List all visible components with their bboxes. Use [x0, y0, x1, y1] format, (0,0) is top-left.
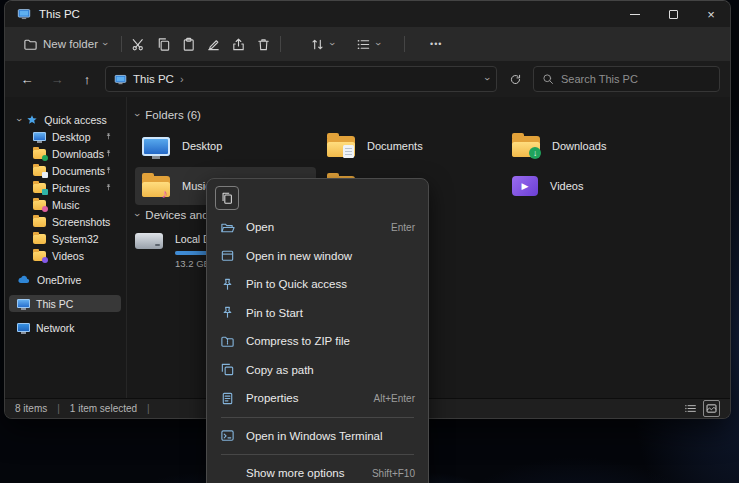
back-button[interactable]: ← [15, 67, 39, 91]
minimize-button[interactable] [616, 1, 654, 27]
rename-button[interactable] [206, 37, 221, 52]
quick-access-icon [26, 114, 38, 126]
videos-icon [33, 251, 46, 261]
sidebar-item-music[interactable]: Music [9, 196, 121, 213]
copy-button[interactable] [215, 186, 239, 210]
more-icon: ••• [430, 39, 442, 49]
minimize-icon [630, 14, 640, 15]
maximize-button[interactable] [654, 1, 692, 27]
sidebar-item-pictures[interactable]: Pictures [9, 179, 121, 196]
search-box[interactable] [533, 66, 720, 92]
menu-item-open-new-window[interactable]: Open in new window [211, 242, 424, 271]
search-input[interactable] [561, 73, 711, 85]
search-icon [542, 73, 554, 85]
pin-icon [104, 183, 113, 192]
menu-separator [221, 454, 414, 455]
menu-item-pin-start[interactable]: Pin to Start [211, 299, 424, 328]
this-pc-icon [17, 7, 31, 21]
chevron-right-icon: › [180, 73, 184, 85]
refresh-button[interactable] [503, 67, 527, 91]
pin-icon [104, 166, 113, 175]
address-bar: ← → ↑ This PC › › [5, 61, 730, 97]
menu-item-properties[interactable]: Properties Alt+Enter [211, 384, 424, 413]
sidebar-item-documents[interactable]: Documents [9, 162, 121, 179]
sidebar-item-onedrive[interactable]: OneDrive [9, 271, 121, 288]
downloads-folder-icon: ↓ [512, 136, 540, 157]
view-icon [356, 37, 371, 52]
new-folder-icon [23, 37, 38, 52]
copy-button[interactable] [156, 37, 171, 52]
sidebar-item-network[interactable]: Network [9, 319, 121, 336]
chevron-down-icon: › [132, 213, 142, 216]
sidebar-item-screenshots[interactable]: Screenshots [9, 213, 121, 230]
open-icon [220, 220, 235, 235]
forward-icon: → [51, 72, 64, 87]
delete-button[interactable] [256, 37, 271, 52]
selection-count: 1 item selected [70, 403, 137, 414]
share-button[interactable] [231, 37, 246, 52]
pin-icon [220, 305, 235, 320]
folder-tile-documents[interactable]: Documents [320, 127, 501, 165]
pin-icon [104, 132, 113, 141]
desktop-icon [33, 132, 46, 141]
this-pc-icon [17, 299, 30, 308]
sidebar-item-system32[interactable]: System32 [9, 230, 121, 247]
menu-item-compress-zip[interactable]: Compress to ZIP file [211, 327, 424, 356]
forward-button[interactable]: → [45, 67, 69, 91]
chevron-down-icon: › [372, 42, 382, 45]
menu-item-pin-quick-access[interactable]: Pin to Quick access [211, 270, 424, 299]
item-count: 8 items [15, 403, 47, 414]
folder-tile-desktop[interactable]: Desktop [135, 127, 316, 165]
sidebar-item-this-pc[interactable]: This PC [9, 295, 121, 312]
toolbar-separator [404, 36, 405, 52]
properties-icon [220, 391, 235, 406]
up-button[interactable]: ↑ [75, 67, 99, 91]
see-more-button[interactable]: ••• [424, 35, 448, 53]
desktop-folder-icon [142, 137, 170, 156]
folder-icon [33, 217, 46, 227]
breadcrumb[interactable]: This PC › › [105, 66, 497, 92]
onedrive-icon [17, 273, 31, 287]
close-button[interactable]: × [692, 1, 730, 27]
pin-icon [220, 277, 235, 292]
music-icon [33, 200, 46, 210]
downloads-icon [33, 149, 46, 159]
sort-button[interactable]: › [304, 33, 339, 56]
sidebar-item-downloads[interactable]: Downloads [9, 145, 121, 162]
documents-icon [33, 166, 46, 176]
zip-icon [220, 334, 235, 349]
context-menu-icon-strip [211, 183, 424, 213]
menu-item-open-windows-terminal[interactable]: Open in Windows Terminal [211, 422, 424, 451]
menu-item-show-more-options[interactable]: Show more options Shift+F10 [211, 459, 424, 483]
title-bar: This PC × [5, 1, 730, 27]
sidebar-item-desktop[interactable]: Desktop [9, 128, 121, 145]
large-icons-view-button[interactable] [703, 400, 720, 417]
new-folder-button[interactable]: New folder › [17, 33, 112, 56]
navigation-pane: › Quick access Desktop Downloads Documen… [5, 97, 125, 398]
folders-section-header[interactable]: › Folders (6) [135, 109, 201, 121]
folder-tile-videos[interactable]: ▶ Videos [505, 167, 686, 205]
folder-tile-downloads[interactable]: ↓ Downloads [505, 127, 686, 165]
up-icon: ↑ [84, 72, 91, 87]
address-dropdown-chevron-icon[interactable]: › [481, 77, 491, 80]
chevron-down-icon: › [100, 42, 110, 45]
back-icon: ← [21, 72, 34, 87]
view-button[interactable]: › [350, 33, 385, 56]
videos-folder-icon: ▶ [512, 176, 538, 196]
menu-item-copy-as-path[interactable]: Copy as path [211, 356, 424, 385]
documents-folder-icon [327, 136, 355, 157]
folder-icon [33, 234, 46, 244]
this-pc-icon [114, 73, 127, 86]
refresh-icon [509, 73, 522, 86]
details-view-button[interactable] [684, 402, 697, 415]
context-menu: Open Enter Open in new window Pin to Qui… [206, 178, 429, 483]
toolbar-separator [121, 36, 122, 52]
paste-button[interactable] [181, 37, 196, 52]
command-bar: New folder › [5, 27, 730, 61]
cut-button[interactable] [131, 37, 146, 52]
menu-item-open[interactable]: Open Enter [211, 213, 424, 242]
breadcrumb-item-this-pc[interactable]: This PC [133, 73, 174, 85]
chevron-down-icon: › [132, 113, 142, 116]
sidebar-item-videos[interactable]: Videos [9, 247, 121, 264]
sidebar-item-quick-access[interactable]: › Quick access [9, 111, 121, 128]
